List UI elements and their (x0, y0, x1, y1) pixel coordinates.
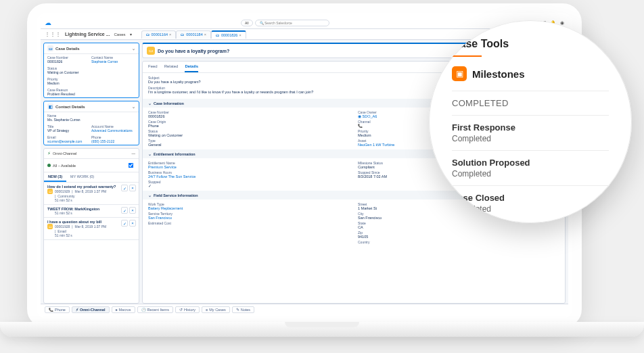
case-icon: ▭ (47, 189, 53, 194)
milestones-heading: Milestones (472, 68, 525, 80)
phone-icon: 📞 (49, 308, 53, 312)
search-scope[interactable]: All (241, 20, 253, 26)
omni-tab-new[interactable]: NEW (3) (44, 172, 66, 182)
workspace-tab-2[interactable]: 🗂00001184× (176, 30, 211, 39)
milestone-group-label: COMPLETED (452, 98, 609, 108)
milestone-row: First Response Completed (452, 115, 609, 150)
nav-caret-icon[interactable]: ▾ (130, 32, 132, 37)
case-icon: 🗂 (181, 32, 185, 37)
minimize-icon[interactable]: — (132, 151, 136, 156)
omni-status-selector[interactable]: All – Available (44, 159, 139, 172)
decline-button[interactable]: × (129, 185, 136, 191)
zoom-callout: Case Tools ▣ Milestones COMPLETED First … (429, 20, 632, 223)
work-item[interactable]: How do I extend my product warranty? ▭00… (44, 183, 139, 205)
entitlement-link[interactable]: Premium Service (148, 165, 350, 169)
tab-feed[interactable]: Feed (148, 64, 158, 72)
utility-phone[interactable]: 📞Phone (45, 306, 70, 313)
avatar-icon[interactable]: ◉ (560, 20, 564, 25)
app-name: Lightning Service ... (65, 32, 110, 37)
tab-related[interactable]: Related (164, 64, 179, 72)
card-title: Contact Details (55, 105, 85, 109)
work-item[interactable]: TWEET FROM: MarkKingston 51 min 52 s ✓× (44, 205, 139, 218)
close-icon[interactable]: × (204, 32, 206, 37)
contact-icon: ◧ (47, 103, 53, 110)
omni-icon: ⚡︎ (47, 151, 51, 156)
milestone-row: Solution Proposed Completed (452, 150, 609, 185)
status-toggle[interactable] (129, 163, 134, 168)
accept-button[interactable]: ✓ (121, 220, 128, 227)
business-hours-link[interactable]: 24/7 Follow The Sun Service (148, 174, 350, 179)
utility-macros[interactable]: ▸Macros (112, 306, 135, 313)
nav-object-cases[interactable]: Cases (114, 32, 126, 37)
notes-icon: ✎ (236, 308, 239, 312)
phone-icon: 📞 (358, 124, 363, 128)
case-details-card: ▭Case Details⌄ Case Number00001826Contac… (43, 43, 139, 98)
milestones-icon: ▣ (452, 66, 467, 81)
case-icon: ▭ (147, 47, 155, 55)
close-icon[interactable]: × (239, 33, 241, 37)
utility-omni[interactable]: ⚡︎Omni-Channel (72, 306, 110, 313)
utility-mycases[interactable]: ≡My Cases (202, 306, 230, 313)
email-link[interactable]: scurran@example.com (47, 139, 91, 143)
tab-details[interactable]: Details (185, 64, 198, 72)
status-dot-icon (47, 164, 51, 167)
record-title: Do you have a loyalty program? (158, 49, 229, 53)
macros-icon: ▸ (116, 308, 118, 312)
global-search-input[interactable]: 🔍 Search Salesforce (255, 20, 329, 26)
workspace-tab-1[interactable]: 🗂00001164× (141, 30, 177, 39)
case-icon: 🗂 (216, 33, 220, 37)
utility-history[interactable]: ↺History (175, 306, 200, 313)
case-icon: ▭ (47, 224, 53, 229)
accept-button[interactable]: ✓ (121, 185, 128, 191)
global-header: ☁ All 🔍 Search Salesforce ★ + ? ⚙ 🔔 ◉ (41, 17, 568, 29)
phone-link[interactable]: (650) 155-2122 (91, 139, 135, 143)
account-link[interactable]: Advanced Communications (91, 128, 135, 133)
omni-channel-panel: ⚡︎Omni-Channel— All – Available NEW (3) … (43, 148, 139, 304)
contact-details-card: ◧Contact Details⌄ NameMs. Stephanie Curr… (43, 101, 139, 145)
clock-icon: 🕑 (141, 308, 146, 312)
omni-icon: ⚡︎ (76, 308, 78, 312)
history-icon: ↺ (179, 308, 183, 312)
case-icon: ▭ (47, 45, 53, 51)
chevron-down-icon[interactable]: ⌄ (132, 104, 135, 109)
close-icon[interactable]: × (169, 32, 171, 37)
avatar-icon: ◉ (358, 114, 361, 118)
territory-link[interactable]: San Francisco (148, 216, 350, 220)
decline-button[interactable]: × (129, 207, 136, 214)
case-icon: 🗂 (146, 32, 150, 37)
accept-button[interactable]: ✓ (121, 207, 128, 214)
salesforce-logo-icon[interactable]: ☁ (45, 19, 51, 26)
list-icon: ≡ (206, 308, 208, 312)
utility-bar: 📞Phone ⚡︎Omni-Channel ▸Macros 🕑Recent It… (41, 304, 568, 314)
decline-button[interactable]: × (129, 220, 136, 227)
case-tools-title: Case Tools (452, 38, 609, 50)
contact-link[interactable]: Stephanie Curran (91, 60, 135, 64)
app-launcher-icon[interactable]: ⋮⋮⋮ (45, 31, 61, 37)
work-item[interactable]: I have a question about my bill ▭0000192… (44, 218, 139, 240)
omni-tab-mywork[interactable]: MY WORK (0) (66, 172, 98, 182)
chevron-down-icon[interactable]: ⌄ (132, 46, 135, 51)
accent-underline (452, 55, 482, 57)
workspace-tab-3[interactable]: 🗂00001826× (211, 30, 246, 39)
card-title: Case Details (55, 47, 80, 51)
utility-notes[interactable]: ✎Notes (232, 306, 254, 313)
utility-recent[interactable]: 🕑Recent Items (137, 306, 173, 313)
work-type-link[interactable]: Battery Replacement (148, 206, 350, 210)
